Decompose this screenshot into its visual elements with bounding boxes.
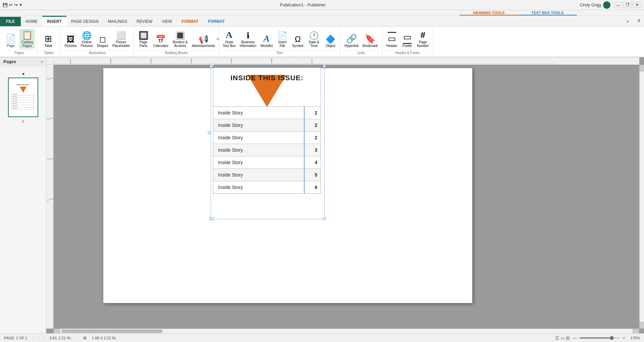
tab-view[interactable]: VIEW — [157, 17, 177, 26]
links-group-label: Links — [343, 50, 379, 55]
date-time-button[interactable]: 🕐 Date &Time — [306, 30, 322, 49]
handle-ml[interactable] — [210, 65, 212, 68]
illustrations-group-label: Illustrations — [63, 50, 131, 55]
tab-file[interactable]: FILE — [0, 17, 21, 26]
single-page-view-icon[interactable]: ▭ — [560, 335, 565, 341]
header-label: Header — [386, 44, 397, 48]
building-blocks-group-label: Building Blocks — [136, 50, 217, 55]
zoom-out-icon[interactable]: — — [573, 335, 577, 340]
tab-page-design[interactable]: PAGE DESIGN — [66, 17, 103, 26]
undo-icon[interactable]: ↩ — [9, 2, 13, 7]
story-cell: Inside Story — [213, 119, 305, 131]
zoom-slider-thumb[interactable] — [610, 336, 614, 340]
page-button[interactable]: 📄 Page — [3, 33, 18, 49]
tab-insert[interactable]: INSERT — [42, 16, 66, 26]
business-info-label: BusinessInformation — [239, 40, 256, 48]
ribbon-group-header-footer: ▭ Header ▭ Footer # PageNumber Header & … — [382, 27, 433, 56]
story-cell: Inside Story — [213, 156, 305, 168]
status-bar-right: ☰ ▭ ⊞ — + 170% — [555, 335, 640, 341]
insert-file-label: InsertFile — [278, 40, 286, 48]
window-controls[interactable]: — ❐ ✕ — [614, 2, 641, 8]
shapes-button[interactable]: ◻ Shapes — [95, 34, 110, 49]
object-button[interactable]: 🔷 Object — [323, 34, 338, 49]
page-parts-button[interactable]: 🔲 PageParts — [136, 30, 151, 49]
advertisements-button[interactable]: 📢 Advertisements — [190, 34, 217, 49]
user-info[interactable]: Cindy Grigg — [580, 1, 610, 9]
svg-text:2: 2 — [110, 58, 112, 61]
redo-icon[interactable]: ↪ — [14, 2, 18, 7]
borders-accents-button[interactable]: 🔳 Borders &Accents — [171, 30, 190, 49]
business-info-icon: ℹ — [247, 31, 250, 40]
scrollbar-vertical[interactable] — [639, 65, 644, 329]
help-icon[interactable]: ? — [633, 16, 644, 26]
table-button[interactable]: ⊞ Table — [40, 33, 57, 49]
picture-placeholder-button[interactable]: ⬜ PicturePlaceholder — [111, 30, 132, 49]
maximize-button[interactable]: ❐ — [623, 2, 632, 8]
svg-text:2: 2 — [47, 79, 49, 80]
close-button[interactable]: ✕ — [633, 2, 641, 8]
handle-br[interactable] — [323, 217, 326, 220]
online-pictures-button[interactable]: 🌐 OnlinePictures — [79, 30, 95, 49]
zoom-slider-fill — [580, 337, 612, 339]
pages-panel-header: Pages ‹ — [0, 57, 46, 66]
handle-left-extra[interactable] — [208, 131, 211, 134]
header-button[interactable]: ▭ Header — [384, 31, 399, 49]
advertisements-label: Advertisements — [192, 44, 215, 48]
wordart-button[interactable]: A WordArt — [259, 32, 274, 49]
footer-button[interactable]: ▭ Footer — [400, 31, 415, 49]
zoom-in-icon[interactable]: + — [623, 335, 625, 340]
view-icons[interactable]: ☰ ▭ ⊞ — [555, 335, 570, 341]
scrollbar-thumb[interactable] — [62, 330, 162, 333]
normal-view-icon[interactable]: ☰ — [555, 335, 559, 341]
page-cell: 2 — [305, 119, 321, 131]
qa-dropdown-icon[interactable]: ▼ — [19, 3, 22, 7]
handle-mr[interactable] — [323, 65, 326, 68]
insert-file-button[interactable]: 📄 InsertFile — [275, 30, 290, 49]
tab-review[interactable]: REVIEW — [132, 17, 157, 26]
hyperlink-icon: 🔗 — [346, 34, 357, 44]
date-time-label: Date &Time — [309, 40, 319, 48]
minimize-button[interactable]: — — [614, 2, 623, 8]
table-row: Inside Story 2 — [213, 107, 321, 119]
scrollbar-horizontal[interactable] — [54, 329, 639, 333]
calendars-button[interactable]: 📅 Calendars — [152, 34, 170, 49]
quick-access-toolbar[interactable]: 💾 ↩ ↪ ▼ — [3, 2, 22, 7]
textbox-tools-label: TEXT BOX TOOLS — [518, 10, 577, 15]
status-bar: PAGE: 1 OF 1 | 📄 3.63, 2.21 IN. | ⊞ 1.68… — [0, 333, 644, 342]
business-info-button[interactable]: ℹ BusinessInformation — [238, 30, 258, 49]
story-cell: Inside Story — [213, 132, 305, 144]
object-label: Object — [326, 44, 335, 48]
borders-accents-icon: 🔳 — [175, 31, 185, 40]
pages-panel-collapse-icon[interactable]: ‹ — [41, 59, 43, 64]
symbol-button[interactable]: Ω Symbol — [290, 34, 305, 49]
issue-content-box[interactable]: INSIDE THIS ISSUE: Inside Story 2 Inside… — [213, 67, 321, 194]
ribbon-collapse-button[interactable]: ∧ — [622, 17, 633, 26]
catalog-pages-button[interactable]: 📋 CatalogPages — [19, 29, 35, 49]
save-icon[interactable]: 💾 — [3, 3, 8, 7]
two-page-view-icon[interactable]: ⊞ — [566, 335, 570, 341]
handle-bm[interactable] — [211, 217, 214, 220]
building-blocks-expand-icon[interactable]: ⧉ — [217, 37, 219, 41]
tab-home[interactable]: HOME — [21, 17, 42, 26]
picture-placeholder-icon: ⬜ — [116, 31, 126, 40]
pages-panel-title: Pages — [3, 59, 16, 64]
tab-format-2[interactable]: FORMAT — [203, 17, 229, 26]
page-number-button[interactable]: # PageNumber — [415, 29, 431, 49]
bookmark-button[interactable]: 🔖 Bookmark — [361, 33, 379, 49]
wordart-label: WordArt — [260, 44, 273, 48]
object-icon: 🔷 — [325, 35, 335, 44]
hyperlink-button[interactable]: 🔗 Hyperlink — [343, 33, 360, 49]
page-info: PAGE: 1 OF 1 — [4, 336, 28, 340]
pictures-button[interactable]: 🖼 Pictures — [63, 34, 78, 49]
table-row: Inside Story 3 — [213, 144, 321, 156]
page-number-icon: # — [421, 30, 425, 40]
draw-text-box-button[interactable]: A DrawText Box — [221, 29, 237, 49]
pages-group-label: Pages — [3, 50, 35, 55]
table-row: Inside Story 4 — [213, 156, 321, 169]
pictures-label: Pictures — [64, 44, 76, 48]
zoom-slider-track[interactable] — [580, 337, 620, 339]
page-1-thumbnail[interactable]: INSIDE THIS ISSUE: Inside Story2 Inside … — [8, 78, 38, 117]
tab-mailings[interactable]: MAILINGS — [103, 17, 132, 26]
ribbon: 📄 Page 📋 CatalogPages Pages ⊞ Table Tabl… — [0, 27, 644, 57]
tab-format-1[interactable]: FORMAT — [177, 17, 203, 26]
